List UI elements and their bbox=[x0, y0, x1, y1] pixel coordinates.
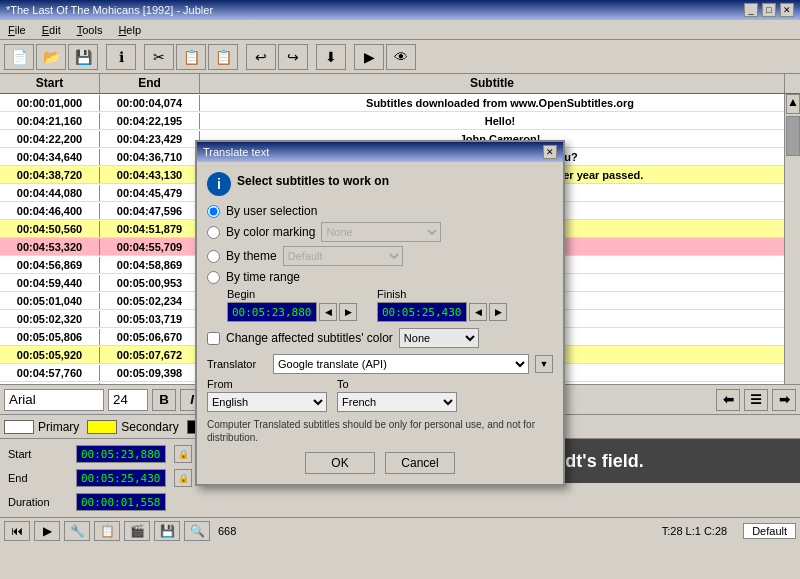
change-color-combo[interactable]: None bbox=[399, 328, 479, 348]
finish-label: Finish bbox=[377, 288, 507, 300]
change-color-row: Change affected subtitles' color None bbox=[207, 328, 553, 348]
from-to-row: From English To French bbox=[207, 378, 553, 412]
translate-dialog: Translate text ✕ i Select subtitles to w… bbox=[195, 140, 565, 486]
translator-label: Translator bbox=[207, 358, 267, 370]
change-color-checkbox[interactable] bbox=[207, 332, 220, 345]
begin-time-input[interactable] bbox=[227, 302, 317, 322]
dialog-titlebar: Translate text ✕ bbox=[197, 142, 563, 162]
dialog-title: Translate text bbox=[203, 146, 269, 158]
to-label: To bbox=[337, 378, 457, 390]
from-field: From English bbox=[207, 378, 327, 412]
to-combo[interactable]: French bbox=[337, 392, 457, 412]
radio-row-theme: By theme Default bbox=[207, 246, 553, 266]
radio-row-user-selection: By user selection bbox=[207, 204, 553, 218]
begin-label: Begin bbox=[227, 288, 357, 300]
radio-color-marking-label[interactable]: By color marking bbox=[226, 225, 315, 239]
finish-prev-button[interactable]: ◀ bbox=[469, 303, 487, 321]
radio-row-time-range: By time range bbox=[207, 270, 553, 284]
theme-combo[interactable]: Default bbox=[283, 246, 403, 266]
radio-color-marking[interactable] bbox=[207, 226, 220, 239]
color-marking-combo[interactable]: None bbox=[321, 222, 441, 242]
from-combo[interactable]: English bbox=[207, 392, 327, 412]
radio-theme-label[interactable]: By theme bbox=[226, 249, 277, 263]
section-label: Select subtitles to work on bbox=[237, 174, 389, 188]
begin-field: Begin ◀ ▶ bbox=[227, 288, 357, 322]
finish-next-button[interactable]: ▶ bbox=[489, 303, 507, 321]
change-color-label[interactable]: Change affected subtitles' color bbox=[226, 331, 393, 345]
radio-theme[interactable] bbox=[207, 250, 220, 263]
disclaimer-text: Computer Translated subtitles should be … bbox=[207, 418, 553, 444]
dialog-buttons: OK Cancel bbox=[207, 452, 553, 474]
to-field: To French bbox=[337, 378, 457, 412]
radio-time-range-label[interactable]: By time range bbox=[226, 270, 300, 284]
dialog-overlay: Translate text ✕ i Select subtitles to w… bbox=[0, 0, 800, 579]
finish-time-input[interactable] bbox=[377, 302, 467, 322]
translator-dropdown-button[interactable]: ▼ bbox=[535, 355, 553, 373]
radio-user-selection-label[interactable]: By user selection bbox=[226, 204, 317, 218]
begin-prev-button[interactable]: ◀ bbox=[319, 303, 337, 321]
translator-row: Translator Google translate (API) ▼ bbox=[207, 354, 553, 374]
time-range-row: Begin ◀ ▶ Finish ◀ ▶ bbox=[227, 288, 553, 322]
from-label: From bbox=[207, 378, 327, 390]
translator-combo[interactable]: Google translate (API) bbox=[273, 354, 529, 374]
finish-field: Finish ◀ ▶ bbox=[377, 288, 507, 322]
begin-next-button[interactable]: ▶ bbox=[339, 303, 357, 321]
radio-user-selection[interactable] bbox=[207, 205, 220, 218]
info-icon: i bbox=[207, 172, 231, 196]
radio-time-range[interactable] bbox=[207, 271, 220, 284]
ok-button[interactable]: OK bbox=[305, 452, 375, 474]
radio-row-color-marking: By color marking None bbox=[207, 222, 553, 242]
dialog-close-button[interactable]: ✕ bbox=[543, 145, 557, 159]
cancel-button[interactable]: Cancel bbox=[385, 452, 455, 474]
dialog-body: i Select subtitles to work on By user se… bbox=[197, 162, 563, 484]
